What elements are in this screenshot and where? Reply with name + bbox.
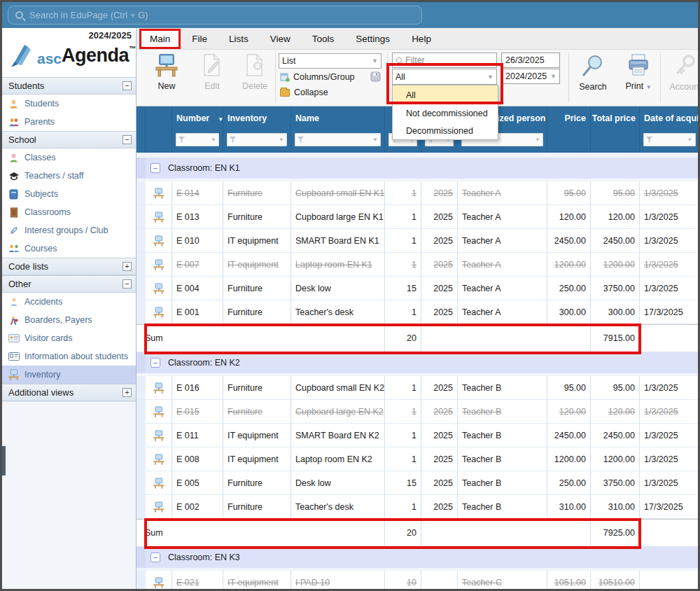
account-button-label: Account [666,82,700,92]
sidebar: 2024/2025 asc Agenda ™ Students − [2,28,136,591]
number-filter[interactable] [176,133,219,146]
table-row[interactable]: E 002 Furniture Teacher's desk 1 2025 Te… [136,495,699,519]
date-field[interactable]: 26/3/2025 [501,53,560,68]
expand-icon[interactable]: + [122,262,132,271]
sidebar-section-code-lists[interactable]: Code lists + [2,258,136,275]
status-filter-dropdown: All Not decommissioned Decommissioned [392,85,498,140]
cell-date: 1/3/2025 [644,431,678,440]
columns-group-button[interactable]: Columns/Group [280,72,355,82]
dropdown-option-decommissioned[interactable]: Decommissioned [393,122,498,139]
collapse-icon[interactable]: − [122,81,132,90]
filter-search[interactable] [392,53,497,68]
menu-item-tools[interactable]: Tools [304,31,343,47]
menu-item-main[interactable]: Main [141,31,178,47]
left-scrollbar-thumb[interactable] [2,446,6,475]
chevron-down-icon [372,137,378,143]
search-button[interactable]: Search [573,54,612,92]
table-row[interactable]: E 021 IT equipment I PAD 10 10 Teacher C… [136,571,699,591]
cell-number: E 007 [176,260,200,270]
status-filter-select[interactable]: All [392,69,497,85]
view-select[interactable]: List [279,53,382,69]
filter-input[interactable] [405,55,493,65]
table-row[interactable]: E 011 IT equipment SMART Board EN K2 1 2… [136,424,699,447]
group-collapse-icon[interactable]: − [150,163,160,173]
sidebar-item-subjects[interactable]: Subjects [2,185,136,203]
cell-price: 120.00 [559,212,586,222]
collapse-icon[interactable]: − [122,279,132,288]
table-row[interactable]: E 014 Furniture Cupboard small EN K1 1 2… [136,181,699,205]
body: 2024/2025 asc Agenda ™ Students − [2,28,698,591]
column-header-inventory[interactable]: Inventory [223,106,291,153]
account-button[interactable]: Account [666,54,700,92]
table-row[interactable]: E 013 Furniture Cupboard large EN K1 1 2… [136,205,699,229]
school-year-select[interactable]: 2024/2025 [501,69,560,84]
sidebar-item-students[interactable]: Students [2,95,136,113]
sidebar-item-visitor-cards[interactable]: Visitor cards [2,329,136,347]
sidebar-item-parents[interactable]: Parents [2,113,136,131]
edit-icon [202,54,223,77]
menu-item-file[interactable]: File [183,31,216,47]
group-collapse-icon[interactable]: − [150,358,160,368]
sort-desc-icon [218,116,223,123]
cell-inventory: Furniture [227,284,262,293]
global-search[interactable] [8,6,422,25]
sidebar-item-boarders[interactable]: Boarders, Payers [2,311,136,329]
delete-button[interactable]: Delete [234,54,275,91]
menu-item-help[interactable]: Help [403,31,440,47]
edit-button[interactable]: Edit [192,54,232,91]
new-button[interactable]: New [145,54,188,91]
sidebar-section-school[interactable]: School − [2,131,136,148]
collapse-icon[interactable]: − [122,135,132,144]
cell-inventory: Furniture [227,383,262,393]
chevron-down-icon [211,137,216,143]
sidebar-item-courses[interactable]: Courses [2,239,136,258]
name-filter[interactable] [295,133,381,146]
save-view-button[interactable] [370,71,381,82]
date-filter[interactable] [643,133,696,146]
sidebar-item-label: Boarders, Payers [24,315,92,325]
sidebar-item-teachers[interactable]: Teachers / staff [2,167,136,185]
table-row[interactable]: E 008 IT equipment Laptop room EN K2 1 2… [136,447,699,471]
column-header-date-of-acquisition[interactable]: Date of acqui [640,106,699,153]
print-button[interactable]: Print [618,54,659,91]
sidebar-section-additional-views[interactable]: Additional views + [2,384,136,401]
inventory-filter[interactable] [227,133,287,146]
table-row[interactable]: E 016 Furniture Cupboard small EN K2 1 2… [136,376,699,400]
cell-price: 310.00 [559,502,586,512]
sidebar-item-interest-groups[interactable]: Interest groups / Club [2,221,136,239]
menu-item-lists[interactable]: Lists [220,31,257,47]
sidebar-item-classrooms[interactable]: Classrooms [2,203,136,221]
table-row[interactable]: E 001 Furniture Teacher's desk 1 2025 Te… [136,300,699,324]
group-header-en-k2[interactable]: − Classroom: EN K2 [136,352,699,373]
sidebar-item-accidents[interactable]: Accidents [2,293,136,311]
group-collapse-icon[interactable]: − [150,552,160,562]
date-value: 26/3/2025 [505,55,545,65]
collapse-button[interactable]: Collapse [280,88,328,97]
menu-item-settings[interactable]: Settings [347,31,398,47]
sidebar-item-inventory[interactable]: Inventory [2,366,136,384]
section-label: Code lists [8,261,48,272]
sidebar-section-students[interactable]: Students − [2,77,136,95]
sidebar-section-other[interactable]: Other − [2,275,136,293]
column-header-name[interactable]: Name [291,106,385,153]
top-bar [2,2,698,28]
group-header-en-k3[interactable]: − Classroom: EN K3 [136,547,699,568]
delete-button-label: Delete [234,81,275,91]
table-row[interactable]: E 015 Furniture Cupboard large EN K2 1 2… [136,400,699,424]
column-header-number[interactable]: Number [172,106,223,153]
dropdown-option-not-decommissioned[interactable]: Not decommissioned [393,104,498,122]
table-row[interactable]: E 007 IT equipment Laptop room EN K1 1 2… [136,253,699,277]
cell-name: I PAD 10 [295,578,330,587]
sidebar-item-classes[interactable]: Classes [2,148,136,167]
column-header-total-price[interactable]: Total price [591,106,640,153]
global-search-input[interactable] [29,10,414,20]
table-row[interactable]: E 004 Furniture Desk low 15 2025 Teacher… [136,277,699,300]
sidebar-item-information-about-students[interactable]: Information about students [2,347,136,366]
menu-item-view[interactable]: View [262,31,299,47]
column-header-price[interactable]: Price [547,106,591,153]
table-row[interactable]: E 005 Furniture Desk low 15 2025 Teacher… [136,471,699,495]
table-row[interactable]: E 010 IT equipment SMART Board EN K1 1 2… [136,229,699,253]
group-header-en-k1[interactable]: − Classroom: EN K1 [136,158,699,179]
expand-icon[interactable]: + [122,388,132,397]
dropdown-option-all[interactable]: All [393,85,498,104]
